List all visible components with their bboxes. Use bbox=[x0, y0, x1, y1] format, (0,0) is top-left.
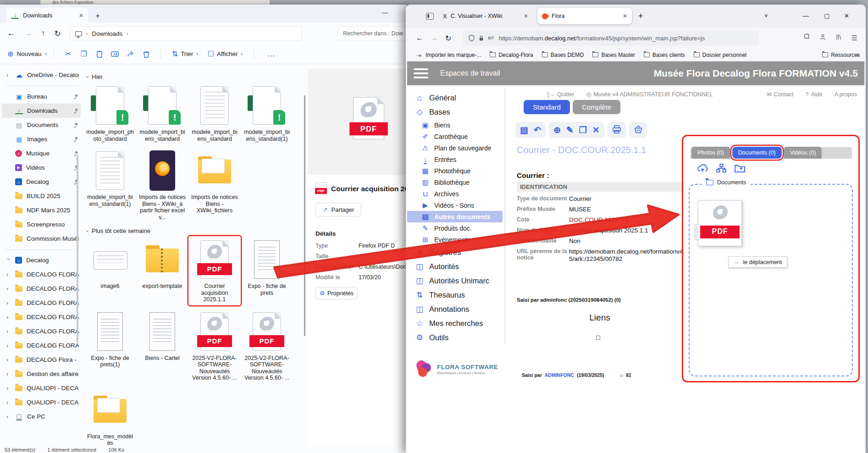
lock-icon[interactable] bbox=[479, 35, 484, 41]
sidebar-item[interactable]: › DECALOG FLORA bbox=[2, 267, 81, 282]
sidebar-item[interactable]: › Bureau bbox=[2, 89, 81, 104]
menu-item[interactable]: Biens bbox=[407, 119, 505, 131]
maximize-button[interactable]: ▢ bbox=[824, 12, 829, 19]
sidebar-item[interactable]: › DECALOG Flora - … bbox=[2, 353, 81, 367]
sidebar-item[interactable]: › DECALOG FLORA bbox=[2, 296, 81, 310]
basket-button[interactable] bbox=[634, 125, 643, 135]
chevron-icon[interactable]: › bbox=[6, 258, 12, 263]
chevron-icon[interactable]: › bbox=[6, 286, 11, 292]
menu-item[interactable]: Autres documents bbox=[407, 211, 503, 222]
file-item[interactable]: PDF modele_import_photo_standard bbox=[84, 82, 136, 144]
share-file-button[interactable]: ↗ Partager bbox=[315, 203, 361, 216]
menu-item[interactable]: Carothèque bbox=[407, 131, 505, 142]
edit-record-button[interactable]: ✎ bbox=[566, 126, 574, 134]
thumbnail-handle[interactable] bbox=[694, 224, 698, 240]
new-tab-button[interactable]: + bbox=[95, 11, 100, 23]
sidebar-item[interactable]: › Gestion des affaires bbox=[2, 367, 81, 381]
view-button[interactable]: ☐ Afficher ˅ bbox=[208, 50, 243, 58]
firefox-view-icon[interactable] bbox=[426, 13, 434, 20]
bookmark-item[interactable]: Bases Master bbox=[592, 52, 635, 58]
group-header-earlier-this-week[interactable]: › Plus tôt cette semaine bbox=[87, 227, 303, 234]
link-tree-icon[interactable] bbox=[716, 164, 726, 175]
sidebar-item[interactable]: › DECALOG FLORA bbox=[2, 338, 81, 353]
group-header-yesterday[interactable]: › Hier bbox=[87, 73, 303, 80]
menu-item[interactable]: Mes recherches bbox=[407, 316, 505, 331]
menu-item[interactable]: Produits doc. bbox=[407, 222, 505, 234]
bookmark-item[interactable]: Ressources bbox=[822, 52, 860, 58]
tab-flora[interactable]: Flora ✕ bbox=[537, 8, 632, 24]
bookmarks-overflow-icon[interactable]: » bbox=[856, 52, 859, 58]
minimize-button[interactable]: — bbox=[803, 12, 809, 19]
copy-record-button[interactable]: ❐ bbox=[579, 126, 587, 134]
bookmark-item[interactable]: Dossier personnel bbox=[694, 52, 747, 58]
more-options-button[interactable]: ... bbox=[267, 50, 276, 58]
tab-xwiki[interactable]: X C. Visualiser - XWiki ✕ bbox=[438, 8, 533, 24]
menu-item[interactable]: Thesaurus bbox=[407, 288, 505, 302]
forward-button[interactable]: → bbox=[431, 34, 438, 42]
upload-icon[interactable] bbox=[697, 164, 708, 175]
media-tab[interactable]: Documents (0) bbox=[732, 147, 782, 159]
help-link[interactable]: ?Aide bbox=[806, 91, 823, 98]
menu-item[interactable]: Photothèque bbox=[407, 165, 505, 177]
explorer-tab-downloads[interactable]: Downloads ✕ bbox=[6, 8, 88, 23]
sidebar-item[interactable]: › Downloads bbox=[2, 104, 81, 118]
standard-mode-button[interactable]: Standard bbox=[524, 100, 570, 114]
sidebar-item[interactable]: › Documents bbox=[2, 118, 81, 132]
file-item[interactable]: PDF modele_import_biens_standard(1) bbox=[84, 147, 136, 223]
folder-add-icon[interactable] bbox=[735, 164, 745, 175]
chevron-icon[interactable]: › bbox=[6, 371, 11, 377]
sidebar-item[interactable]: › OneDrive - Decalog bbox=[2, 68, 81, 82]
complete-mode-button[interactable]: Complète bbox=[573, 100, 620, 114]
breadcrumb[interactable]: › Downloads › bbox=[70, 26, 302, 41]
new-tab-button[interactable]: + bbox=[638, 11, 643, 21]
sidebar-item[interactable]: › Decalog bbox=[2, 175, 81, 189]
sidebar-item[interactable]: › Vidéos bbox=[2, 160, 81, 175]
bookmark-item[interactable]: Bases DEMO bbox=[542, 52, 584, 58]
tab-close-icon[interactable]: ✕ bbox=[623, 13, 627, 19]
sidebar-item[interactable]: › DECALOG FLORA bbox=[2, 282, 81, 296]
contact-link[interactable]: ✉Contact bbox=[767, 91, 794, 98]
file-item[interactable]: PDF modele_import_biens_standard bbox=[188, 82, 241, 144]
delete-record-button[interactable]: ✕ bbox=[592, 126, 600, 134]
sidebar-item[interactable]: › QUALIOPI - DECA bbox=[2, 381, 81, 395]
sidebar-item[interactable]: › Commission Musée bbox=[2, 232, 81, 246]
menu-item[interactable]: Outils bbox=[407, 331, 505, 345]
media-tab[interactable]: Vidéos (0) bbox=[784, 147, 822, 159]
chevron-icon[interactable]: › bbox=[6, 399, 11, 406]
menu-item[interactable]: Annotations bbox=[407, 302, 505, 316]
close-button[interactable]: ✕ bbox=[844, 12, 849, 19]
sidebar-item[interactable]: › Musique bbox=[2, 146, 81, 160]
sidebar-item[interactable]: › NDF Mars 2025 bbox=[2, 203, 81, 217]
file-item[interactable]: PDF Flora_mes_modèles bbox=[84, 387, 136, 447]
undo-button[interactable]: ↶ bbox=[534, 126, 541, 134]
extensions-icon[interactable] bbox=[803, 33, 810, 42]
bookmark-item[interactable]: Bases clients bbox=[644, 52, 685, 58]
file-item[interactable]: PDF Imports de notices Biens - XWiki_à p… bbox=[136, 147, 188, 223]
grid-scrollbar[interactable] bbox=[304, 95, 305, 336]
tab-close-icon[interactable]: ✕ bbox=[524, 13, 528, 19]
chevron-icon[interactable]: › bbox=[6, 357, 11, 363]
menu-icon[interactable]: ☰ bbox=[851, 34, 857, 42]
explorer-minimize-button[interactable]: — bbox=[382, 9, 388, 16]
account-icon[interactable] bbox=[819, 33, 826, 42]
chevron-icon[interactable]: › bbox=[6, 271, 11, 278]
menu-item[interactable]: Autorités bbox=[407, 260, 505, 274]
sidebar-item[interactable]: › BUILD 2025 bbox=[2, 189, 81, 203]
documents-folder[interactable]: Documents bbox=[702, 179, 751, 186]
paste-button[interactable] bbox=[92, 50, 107, 58]
print-button[interactable] bbox=[612, 125, 621, 135]
delete-button[interactable] bbox=[138, 50, 154, 58]
search-input[interactable]: Rechercher dans : Dow bbox=[338, 26, 408, 41]
sidebar-scrollbar[interactable] bbox=[77, 155, 78, 343]
file-item[interactable]: PDF export-template bbox=[136, 236, 188, 305]
chevron-icon[interactable]: › bbox=[6, 328, 11, 335]
chevron-icon[interactable]: › bbox=[6, 414, 11, 420]
quit-link[interactable]: [→Quitter bbox=[547, 91, 575, 98]
container-icon[interactable] bbox=[488, 35, 494, 41]
url-bar[interactable]: https://demobam.decalog.net/formationv45… bbox=[463, 30, 759, 46]
file-item[interactable]: PDF Biens - Cartel bbox=[136, 308, 188, 384]
chevron-icon[interactable]: › bbox=[6, 385, 11, 392]
file-item[interactable]: PDF 2025-V2-FLORA-SOFTWARE-Nouveautés Ve… bbox=[188, 308, 241, 384]
file-item[interactable]: PDF modele_import_biens_standard(1) bbox=[241, 82, 293, 144]
list-all-tabs-icon[interactable]: ˅ bbox=[764, 12, 768, 19]
